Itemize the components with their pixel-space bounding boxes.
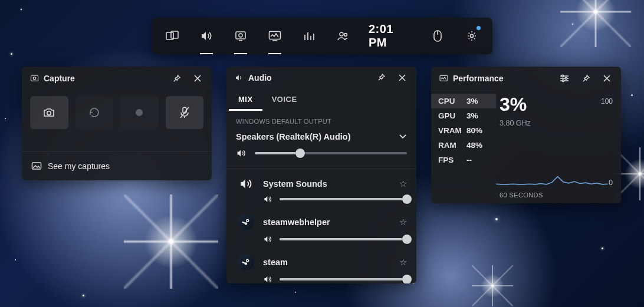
close-button[interactable]: [394, 70, 410, 86]
metric-fps[interactable]: FPS --: [431, 153, 496, 167]
app-name: steamwebhelper: [263, 217, 392, 227]
screenshot-button[interactable]: [30, 96, 68, 129]
wallpaper-star-burst: [124, 194, 218, 289]
widgets-menu-button[interactable]: [155, 18, 189, 54]
headline-value: 3%: [500, 94, 613, 115]
steam-icon: [238, 214, 254, 230]
app-volume-slider[interactable]: [280, 238, 407, 240]
app-name: System Sounds: [263, 179, 392, 189]
svg-point-21: [565, 77, 567, 79]
svg-point-22: [562, 80, 564, 81]
metric-vram[interactable]: VRAM 80%: [431, 123, 496, 138]
metric-ram[interactable]: RAM 48%: [431, 138, 496, 153]
audio-tabs: MIX VOICE: [226, 89, 416, 111]
performance-panel-header: Performance: [431, 67, 621, 90]
settings-toolbar-button[interactable]: [455, 18, 489, 54]
mouse-passthrough-button[interactable]: [420, 18, 455, 54]
performance-icon: [439, 75, 448, 82]
svg-rect-14: [32, 163, 41, 169]
notification-dot-icon: [477, 26, 481, 30]
resources-toolbar-button[interactable]: [292, 18, 326, 54]
pin-button[interactable]: [373, 70, 389, 86]
svg-point-16: [247, 220, 248, 221]
xbox-social-toolbar-button[interactable]: [326, 18, 360, 54]
app-volume-slider[interactable]: [280, 198, 407, 200]
speaker-icon[interactable]: [263, 235, 272, 243]
speaker-icon[interactable]: [236, 148, 247, 158]
chevron-down-icon: [399, 134, 407, 140]
performance-chart-area: 3% 3.80 GHz 100 0 60 SECONDS: [496, 90, 621, 203]
svg-rect-9: [31, 75, 38, 81]
speaker-icon: [235, 74, 244, 82]
svg-rect-2: [236, 32, 245, 39]
app-volume-list: System Sounds☆steamwebhelper☆steam☆: [226, 169, 416, 283]
capture-actions-row: [22, 90, 212, 134]
wallpaper-star-burst: [560, 0, 631, 47]
favorite-star-button[interactable]: ☆: [399, 179, 407, 189]
favorite-star-button[interactable]: ☆: [399, 257, 407, 268]
favorite-star-button[interactable]: ☆: [399, 217, 407, 227]
record-last-button[interactable]: [75, 96, 114, 129]
app-volume-item: System Sounds☆: [226, 173, 416, 209]
app-icon: [236, 254, 256, 270]
app-name: steam: [263, 258, 392, 267]
gallery-icon: [31, 161, 42, 171]
output-device-dropdown[interactable]: Speakers (Realtek(R) Audio): [226, 127, 416, 145]
output-device-name: Speakers (Realtek(R) Audio): [236, 132, 350, 141]
master-volume-slider[interactable]: [255, 152, 407, 154]
app-volume-item: steamwebhelper☆: [226, 209, 416, 249]
svg-point-8: [470, 34, 473, 37]
performance-toolbar-button[interactable]: [258, 18, 292, 54]
svg-point-5: [340, 32, 343, 36]
master-volume-row: [226, 145, 416, 169]
see-my-captures-button[interactable]: See my captures: [22, 151, 212, 180]
app-volume-slider[interactable]: [280, 278, 407, 280]
svg-point-11: [47, 111, 51, 115]
audio-toolbar-button[interactable]: [189, 18, 224, 54]
start-recording-button[interactable]: [120, 96, 159, 129]
steam-icon: [238, 254, 254, 270]
cpu-clock: 3.80 GHz: [500, 119, 613, 127]
gamebar-toolbar: 2:01 PM: [152, 18, 492, 54]
audio-panel-title: Audio: [248, 73, 368, 82]
capture-toolbar-button[interactable]: [224, 18, 258, 54]
metric-cpu[interactable]: CPU 3%: [431, 94, 496, 108]
svg-point-10: [33, 77, 36, 80]
svg-point-18: [247, 260, 248, 261]
performance-panel-title: Performance: [453, 74, 551, 83]
metric-list: CPU 3% GPU 3% VRAM 80% RAM 48% FPS --: [431, 90, 496, 203]
toolbar-clock: 2:01 PM: [360, 22, 420, 49]
svg-point-6: [344, 34, 347, 37]
close-button[interactable]: [599, 70, 615, 87]
capture-panel-header: Capture: [22, 67, 212, 90]
y-axis-min: 0: [609, 179, 613, 187]
capture-panel-title: Capture: [44, 74, 163, 83]
svg-point-20: [561, 75, 563, 77]
see-my-captures-label: See my captures: [48, 161, 110, 171]
audio-panel: Audio MIX VOICE WINDOWS DEFAULT OUTPUT S…: [226, 67, 416, 283]
perf-options-button[interactable]: [556, 70, 573, 87]
speaker-icon[interactable]: [263, 275, 272, 283]
y-axis-max: 100: [601, 97, 613, 105]
pin-button[interactable]: [577, 70, 594, 87]
audio-panel-header: Audio: [226, 67, 416, 89]
tab-voice[interactable]: VOICE: [262, 89, 307, 111]
pin-button[interactable]: [168, 70, 185, 87]
cpu-sparkline: [496, 144, 608, 186]
output-section-label: WINDOWS DEFAULT OUTPUT: [226, 111, 416, 127]
performance-body: CPU 3% GPU 3% VRAM 80% RAM 48% FPS -- 3%…: [431, 90, 621, 203]
capture-icon: [30, 74, 39, 83]
app-icon: [236, 177, 256, 190]
capture-panel: Capture: [22, 67, 212, 180]
x-axis-label: 60 SECONDS: [500, 192, 543, 199]
metric-gpu[interactable]: GPU 3%: [431, 108, 496, 123]
mic-toggle-button[interactable]: [166, 96, 204, 129]
app-volume-item: steam☆: [226, 249, 416, 283]
speaker-icon[interactable]: [263, 195, 272, 203]
tab-mix[interactable]: MIX: [229, 89, 262, 111]
close-button[interactable]: [189, 70, 206, 87]
svg-point-3: [239, 34, 242, 37]
svg-point-12: [136, 109, 143, 116]
app-icon: [236, 214, 256, 230]
wallpaper-star-burst: [472, 265, 513, 306]
